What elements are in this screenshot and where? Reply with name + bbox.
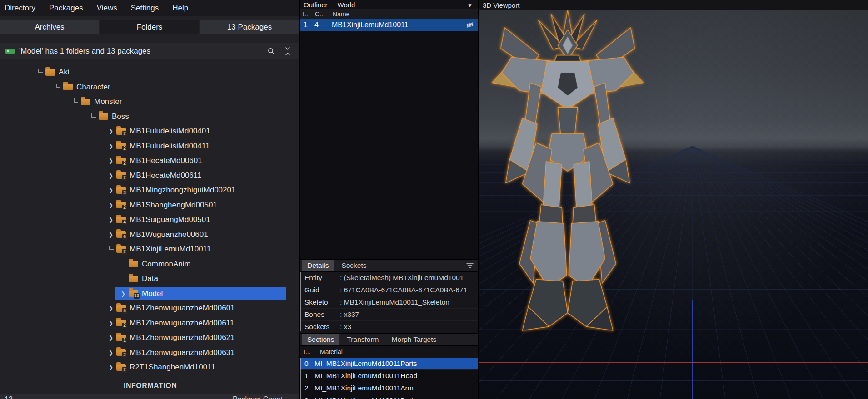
tree-item-package[interactable]: 2MB1ZhenwuguanzheMd00631	[0, 345, 299, 360]
menu-bar: Directory Packages Views Settings Help	[0, 0, 299, 16]
viewport-tab-bar: 3D Viewport	[479, 0, 868, 10]
information-footer-row: 13 Package Count	[0, 394, 299, 399]
chevron-right-icon	[106, 348, 115, 357]
tab-packages[interactable]: 13 Packages	[200, 20, 299, 34]
folder-icon: 2	[116, 364, 126, 371]
folder-icon: 13	[129, 290, 138, 297]
tree-item-package[interactable]: 2MB1ShanghengMd00501	[0, 198, 299, 213]
folder-icon: 2	[116, 349, 126, 356]
folder-icon: 3	[116, 187, 126, 194]
chevron-right-icon	[106, 230, 115, 239]
sections-scrollbar[interactable]	[300, 358, 301, 399]
chevron-down-icon[interactable]	[467, 1, 473, 9]
tab-morph-targets[interactable]: Morph Targets	[386, 334, 442, 345]
folder-icon: 5	[116, 305, 126, 312]
folder-icon	[99, 113, 108, 120]
tree-item-package[interactable]: 2MB1HecateMd00611	[0, 168, 299, 183]
asset-browser-window: Directory Packages Views Settings Help A…	[0, 0, 868, 399]
menu-settings[interactable]: Settings	[131, 4, 159, 13]
viewport-panel: 3D Viewport	[479, 0, 868, 399]
tab-archives[interactable]: Archives	[0, 20, 99, 34]
tree-item-data[interactable]: Data	[0, 271, 299, 286]
chevron-right-icon	[119, 289, 128, 298]
folder-icon: 2	[116, 202, 126, 208]
tree-item-package[interactable]: 2MB1FuludelisiMd00411	[0, 139, 299, 154]
detail-field-skeleton: SkeletoMB1XinjiLemuMd10011_Skeleton	[300, 296, 478, 309]
material-list: 0MI_MB1XinjiLemuMd10011Parts 1MI_MB1Xinj…	[300, 358, 478, 399]
folder-icon	[45, 69, 55, 76]
tab-sockets[interactable]: Sockets	[336, 260, 372, 271]
viewport-canvas[interactable]	[479, 10, 868, 399]
folder-icon: 2	[116, 128, 126, 135]
detail-field-sockets: Socketsx3	[300, 321, 478, 333]
detail-field-guid: Guid671CA0BA-671CA0BA-671CA0BA-671	[300, 284, 478, 296]
tab-sections[interactable]: Sections	[302, 334, 339, 345]
folder-icon: 2	[116, 172, 126, 179]
material-row[interactable]: 3MI_MB1XinjiLemuMd10011Body	[300, 394, 478, 399]
chevron-right-icon	[106, 201, 115, 210]
outliner-column-header: I... C... Name	[300, 9, 478, 20]
menu-directory[interactable]: Directory	[5, 4, 35, 13]
folder-icon	[63, 84, 73, 90]
chevron-right-icon	[106, 186, 115, 195]
menu-views[interactable]: Views	[97, 4, 117, 13]
folder-icon	[129, 276, 138, 282]
sections-tab-bar: Sections Transform Morph Targets	[300, 333, 478, 346]
material-column-header: I... Material	[300, 346, 478, 358]
material-row[interactable]: 2MI_MB1XinjiLemuMd10011Arm	[300, 382, 478, 394]
material-row[interactable]: 1MI_MB1XinjiLemuMd10011Head	[300, 370, 478, 382]
tab-details[interactable]: Details	[302, 260, 334, 271]
tree-item-package[interactable]: 5MB1ZhenwuguanzheMd00601	[0, 301, 299, 316]
tree-item-package[interactable]: 1MB1ZhenwuguanzheMd00621	[0, 330, 299, 345]
tree-item-model-selected[interactable]: 13Model	[0, 286, 299, 301]
tree-item-boss[interactable]: Boss	[0, 109, 299, 124]
filter-icon[interactable]	[466, 263, 474, 268]
details-fields: Entity(SkeletalMesh) MB1XinjiLemuMd1001 …	[300, 272, 478, 333]
chevron-right-icon	[106, 127, 115, 136]
tab-transform[interactable]: Transform	[341, 334, 384, 345]
expanded-elbow-icon	[106, 245, 115, 254]
folder-icon: 2	[116, 143, 126, 149]
tree-item-character[interactable]: Character	[0, 80, 299, 95]
search-icon[interactable]	[265, 45, 277, 57]
tree-item-package[interactable]: 2R2T1ShanghenMd10011	[0, 360, 299, 375]
world-dropdown[interactable]: World	[338, 1, 355, 9]
folder-icon	[81, 99, 90, 105]
tree-item-package[interactable]: 2MB1FuludelisiMd00401	[0, 124, 299, 139]
outliner-title: Outliner	[304, 1, 328, 9]
material-row-selected[interactable]: 0MI_MB1XinjiLemuMd10011Parts	[300, 358, 478, 370]
chevron-right-icon	[106, 156, 115, 165]
tree-item-package[interactable]: 6MB1Wuguanzhe00601	[0, 227, 299, 242]
package-count-label: Package Count	[233, 395, 282, 399]
skeletal-mesh-model	[479, 10, 656, 354]
chevron-right-icon	[106, 215, 115, 224]
details-scrollbar[interactable]	[300, 272, 301, 331]
chevron-right-icon	[106, 333, 115, 342]
tree-item-package[interactable]: 2MB1HecateMd00601	[0, 153, 299, 168]
menu-packages[interactable]: Packages	[49, 4, 83, 13]
tree-item-package[interactable]: 2MB1ZhenwuguanzheMd00611	[0, 316, 299, 331]
tab-folders[interactable]: Folders	[100, 20, 199, 34]
outliner-row-selected[interactable]: 1 4 MB1XinjiLemuMd10011	[300, 19, 478, 31]
expanded-elbow-icon	[71, 97, 80, 106]
collapse-all-icon[interactable]	[282, 45, 294, 57]
folder-icon: 2	[116, 246, 126, 253]
tree-item-commonanim[interactable]: CommonAnim	[0, 257, 299, 272]
detail-field-bones: Bonesx337	[300, 309, 478, 321]
menu-help[interactable]: Help	[172, 4, 188, 13]
folder-icon: 6	[116, 231, 126, 238]
tree-item-monster[interactable]: Monster	[0, 94, 299, 109]
folder-icon: 4	[116, 217, 126, 223]
chevron-right-icon	[106, 363, 115, 372]
tag-icon	[5, 49, 15, 54]
chevron-right-icon	[106, 171, 115, 180]
chevron-right-icon	[106, 304, 115, 313]
tree-item-aki[interactable]: Aki	[0, 65, 299, 80]
tree-item-xinjilemu[interactable]: 2MB1XinjiLemuMd10011	[0, 242, 299, 257]
folder-tree: Aki Character Monster Boss 2MB1Fuludelis…	[0, 65, 299, 375]
outliner-header-bar: Outliner World	[300, 0, 478, 9]
hidden-eye-icon[interactable]	[465, 22, 474, 28]
tree-item-package[interactable]: 4MB1SuiguangMd00501	[0, 212, 299, 227]
tree-item-package[interactable]: 3MB1MingzhongzhiguiMd00201	[0, 183, 299, 198]
folder-icon: 2	[116, 158, 126, 164]
